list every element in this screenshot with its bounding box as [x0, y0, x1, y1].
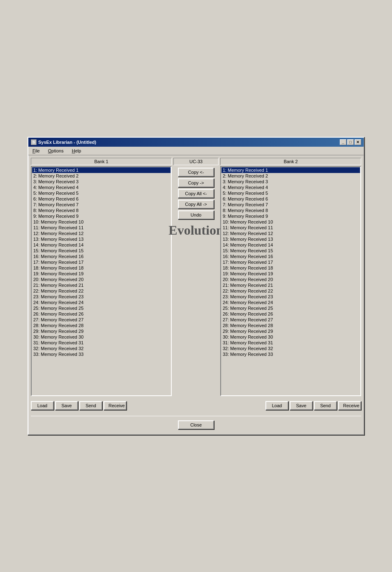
bank1-list-item[interactable]: 2: Memory Received 2	[32, 173, 171, 179]
bank2-load-button[interactable]: Load	[265, 401, 288, 410]
bank1-list-item[interactable]: 11: Memory Received 11	[32, 225, 171, 231]
bank2-list-item[interactable]: 28: Memory Received 28	[221, 323, 360, 328]
bank1-list-item[interactable]: 26: Memory Received 26	[32, 311, 171, 317]
maximize-btn[interactable]: □	[347, 139, 354, 145]
bank2-list-item[interactable]: 27: Memory Received 27	[221, 317, 360, 323]
bank2-list-item[interactable]: 7: Memory Received 7	[221, 202, 360, 208]
bank2-list-item[interactable]: 26: Memory Received 26	[221, 311, 360, 317]
undo-button[interactable]: Undo	[178, 210, 214, 219]
bank1-list-item[interactable]: 16: Memory Received 16	[32, 254, 171, 259]
copy-right-button[interactable]: Copy ->	[178, 178, 214, 187]
bank2-list-item[interactable]: 1: Memory Received 1	[221, 167, 360, 173]
menu-bar: File Options Help	[28, 147, 364, 155]
title-bar-left: S SysEx Librarian - (Untitled)	[31, 139, 96, 145]
bank1-list-item[interactable]: 7: Memory Received 7	[32, 202, 171, 208]
bank2-list-item[interactable]: 22: Memory Received 22	[221, 288, 360, 294]
bank2-list-item[interactable]: 30: Memory Received 30	[221, 334, 360, 340]
bank1-load-button[interactable]: Load	[31, 401, 54, 410]
bank2-list[interactable]: 1: Memory Received 12: Memory Received 2…	[220, 166, 361, 396]
bank1-list-item[interactable]: 1: Memory Received 1	[32, 167, 171, 173]
bank1-list-item[interactable]: 27: Memory Received 27	[32, 317, 171, 323]
bank2-list-item[interactable]: 4: Memory Received 4	[221, 185, 360, 190]
bank1-receive-button[interactable]: Receive	[104, 401, 127, 410]
bank1-list-item[interactable]: 9: Memory Received 9	[32, 213, 171, 219]
bank2-list-item[interactable]: 20: Memory Received 20	[221, 277, 360, 282]
bank1-list-item[interactable]: 13: Memory Received 13	[32, 236, 171, 242]
close-button[interactable]: Close	[178, 420, 214, 429]
bank1-list-item[interactable]: 5: Memory Received 5	[32, 190, 171, 196]
bank1-list-item[interactable]: 14: Memory Received 14	[32, 242, 171, 248]
banks-row: Bank 1 1: Memory Received 12: Memory Rec…	[31, 158, 361, 396]
bank1-list-item[interactable]: 22: Memory Received 22	[32, 288, 171, 294]
bank2-list-item[interactable]: 14: Memory Received 14	[221, 242, 360, 248]
bank2-panel: Bank 2 1: Memory Received 12: Memory Rec…	[220, 158, 361, 396]
bank2-list-item[interactable]: 10: Memory Received 10	[221, 219, 360, 225]
bank2-list-item[interactable]: 12: Memory Received 12	[221, 231, 360, 236]
minimize-btn[interactable]: _	[340, 139, 346, 145]
window-title: SysEx Librarian - (Untitled)	[38, 140, 96, 145]
bank1-list-item[interactable]: 21: Memory Received 21	[32, 282, 171, 288]
bank1-list-item[interactable]: 4: Memory Received 4	[32, 185, 171, 190]
bank1-save-button[interactable]: Save	[55, 401, 78, 410]
window-close-btn[interactable]: ✕	[355, 139, 361, 145]
bank2-list-item[interactable]: 13: Memory Received 13	[221, 236, 360, 242]
bank2-list-item[interactable]: 33: Memory Received 33	[221, 351, 360, 357]
close-row: Close	[31, 419, 361, 432]
bank2-list-item[interactable]: 17: Memory Received 17	[221, 259, 360, 265]
bank1-list-item[interactable]: 32: Memory Received 32	[32, 346, 171, 351]
bank1-list-item[interactable]: 8: Memory Received 8	[32, 208, 171, 213]
menu-file[interactable]: File	[30, 148, 42, 154]
bank2-list-item[interactable]: 8: Memory Received 8	[221, 208, 360, 213]
bank1-send-button[interactable]: Send	[79, 401, 102, 410]
bank2-save-button[interactable]: Save	[290, 401, 313, 410]
bank2-list-item[interactable]: 21: Memory Received 21	[221, 282, 360, 288]
main-window: S SysEx Librarian - (Untitled) _ □ ✕ Fil…	[28, 137, 364, 435]
bank2-list-item[interactable]: 32: Memory Received 32	[221, 346, 360, 351]
app-icon: S	[31, 139, 37, 145]
copy-all-right-button[interactable]: Copy All ->	[178, 200, 214, 209]
bank1-list-item[interactable]: 30: Memory Received 30	[32, 334, 171, 340]
bank1-list-item[interactable]: 18: Memory Received 18	[32, 265, 171, 271]
bank1-list[interactable]: 1: Memory Received 12: Memory Received 2…	[31, 166, 172, 396]
menu-help[interactable]: Help	[69, 148, 84, 154]
title-bar-buttons: _ □ ✕	[340, 139, 361, 145]
bottom-row: LoadSaveSendReceive LoadSaveSendReceive	[31, 398, 361, 413]
bank2-buttons: LoadSaveSendReceive	[265, 399, 361, 412]
bank1-list-item[interactable]: 25: Memory Received 25	[32, 305, 171, 311]
separator	[31, 416, 361, 416]
bank1-list-item[interactable]: 15: Memory Received 15	[32, 248, 171, 254]
bank1-list-item[interactable]: 31: Memory Received 31	[32, 340, 171, 346]
bank2-list-item[interactable]: 15: Memory Received 15	[221, 248, 360, 254]
bank1-list-item[interactable]: 12: Memory Received 12	[32, 231, 171, 236]
bank2-list-item[interactable]: 19: Memory Received 19	[221, 271, 360, 277]
bank2-list-item[interactable]: 6: Memory Received 6	[221, 196, 360, 202]
bank1-list-item[interactable]: 17: Memory Received 17	[32, 259, 171, 265]
copy-all-left-button[interactable]: Copy All <-	[178, 189, 214, 198]
bank1-list-item[interactable]: 33: Memory Received 33	[32, 351, 171, 357]
bank2-list-item[interactable]: 18: Memory Received 18	[221, 265, 360, 271]
bank2-list-item[interactable]: 29: Memory Received 29	[221, 328, 360, 334]
bank1-list-item[interactable]: 3: Memory Received 3	[32, 179, 171, 185]
bank2-list-item[interactable]: 23: Memory Received 23	[221, 294, 360, 300]
bank2-list-item[interactable]: 25: Memory Received 25	[221, 305, 360, 311]
bank2-list-item[interactable]: 11: Memory Received 11	[221, 225, 360, 231]
bank1-list-item[interactable]: 20: Memory Received 20	[32, 277, 171, 282]
bank1-list-item[interactable]: 29: Memory Received 29	[32, 328, 171, 334]
bank1-list-item[interactable]: 23: Memory Received 23	[32, 294, 171, 300]
menu-options[interactable]: Options	[46, 148, 66, 154]
bank2-list-item[interactable]: 31: Memory Received 31	[221, 340, 360, 346]
bank2-receive-button[interactable]: Receive	[338, 401, 361, 410]
bank2-list-item[interactable]: 16: Memory Received 16	[221, 254, 360, 259]
bank1-list-item[interactable]: 28: Memory Received 28	[32, 323, 171, 328]
bank1-list-item[interactable]: 19: Memory Received 19	[32, 271, 171, 277]
bank2-send-button[interactable]: Send	[314, 401, 337, 410]
bank2-list-item[interactable]: 24: Memory Received 24	[221, 300, 360, 305]
bank2-list-item[interactable]: 5: Memory Received 5	[221, 190, 360, 196]
bank1-list-item[interactable]: 6: Memory Received 6	[32, 196, 171, 202]
bank2-list-item[interactable]: 2: Memory Received 2	[221, 173, 360, 179]
bank2-list-item[interactable]: 3: Memory Received 3	[221, 179, 360, 185]
copy-left-button[interactable]: Copy <-	[178, 168, 214, 177]
bank1-list-item[interactable]: 24: Memory Received 24	[32, 300, 171, 305]
bank1-list-item[interactable]: 10: Memory Received 10	[32, 219, 171, 225]
bank2-list-item[interactable]: 9: Memory Received 9	[221, 213, 360, 219]
